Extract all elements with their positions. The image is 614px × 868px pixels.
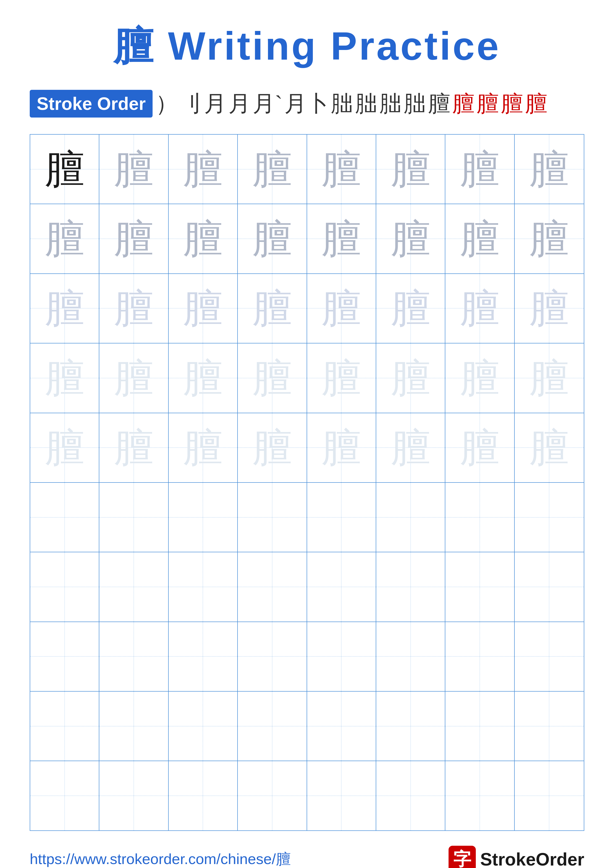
grid-cell-4-3[interactable]: 膻 xyxy=(169,343,238,412)
grid-cell-3-7[interactable]: 膻 xyxy=(445,274,515,343)
char-medium: 膻 xyxy=(252,219,292,259)
stroke-char-11: 膻 xyxy=(428,88,450,119)
grid-cell-4-4[interactable]: 膻 xyxy=(238,343,307,412)
grid-cell-6-8[interactable] xyxy=(515,483,584,552)
grid-cell-2-4[interactable]: 膻 xyxy=(238,204,307,273)
grid-cell-8-5[interactable] xyxy=(307,622,376,691)
grid-cell-9-4[interactable] xyxy=(238,691,307,761)
grid-cell-5-5[interactable]: 膻 xyxy=(307,413,376,482)
grid-cell-6-7[interactable] xyxy=(445,483,515,552)
char-medium: 膻 xyxy=(45,219,84,259)
grid-cell-10-3[interactable] xyxy=(169,761,238,830)
grid-cell-3-5[interactable]: 膻 xyxy=(307,274,376,343)
grid-cell-5-2[interactable]: 膻 xyxy=(99,413,168,482)
grid-cell-2-1[interactable]: 膻 xyxy=(30,204,99,273)
grid-cell-1-1[interactable]: 膻 xyxy=(30,135,99,204)
grid-cell-7-7[interactable] xyxy=(445,552,515,621)
grid-cell-6-4[interactable] xyxy=(238,483,307,552)
grid-cell-4-6[interactable]: 膻 xyxy=(376,343,445,412)
char-light: 膻 xyxy=(45,288,84,328)
grid-cell-7-8[interactable] xyxy=(515,552,584,621)
grid-cell-9-1[interactable] xyxy=(30,691,99,761)
grid-cell-9-7[interactable] xyxy=(445,691,515,761)
grid-cell-4-2[interactable]: 膻 xyxy=(99,343,168,412)
grid-cell-10-7[interactable] xyxy=(445,761,515,830)
char-vlight: 膻 xyxy=(45,428,84,467)
grid-cell-10-5[interactable] xyxy=(307,761,376,830)
grid-cell-6-3[interactable] xyxy=(169,483,238,552)
grid-cell-3-3[interactable]: 膻 xyxy=(169,274,238,343)
grid-cell-5-7[interactable]: 膻 xyxy=(445,413,515,482)
grid-cell-7-4[interactable] xyxy=(238,552,307,621)
grid-cell-5-1[interactable]: 膻 xyxy=(30,413,99,482)
grid-cell-9-5[interactable] xyxy=(307,691,376,761)
grid-cell-7-3[interactable] xyxy=(169,552,238,621)
grid-cell-1-3[interactable]: 膻 xyxy=(169,135,238,204)
grid-cell-1-5[interactable]: 膻 xyxy=(307,135,376,204)
grid-cell-8-8[interactable] xyxy=(515,622,584,691)
grid-cell-7-5[interactable] xyxy=(307,552,376,621)
grid-cell-10-6[interactable] xyxy=(376,761,445,830)
grid-cell-1-2[interactable]: 膻 xyxy=(99,135,168,204)
grid-cell-2-2[interactable]: 膻 xyxy=(99,204,168,273)
grid-cell-10-2[interactable] xyxy=(99,761,168,830)
stroke-char-14: 膻 xyxy=(501,88,523,119)
char-medium: 膻 xyxy=(529,219,569,259)
stroke-char-1: ） xyxy=(155,88,178,119)
grid-cell-6-5[interactable] xyxy=(307,483,376,552)
grid-cell-3-6[interactable]: 膻 xyxy=(376,274,445,343)
grid-cell-5-6[interactable]: 膻 xyxy=(376,413,445,482)
grid-cell-2-5[interactable]: 膻 xyxy=(307,204,376,273)
title-char: 膻 xyxy=(113,24,155,68)
char-light: 膻 xyxy=(252,288,292,328)
grid-cell-7-6[interactable] xyxy=(376,552,445,621)
grid-cell-3-8[interactable]: 膻 xyxy=(515,274,584,343)
grid-cell-10-4[interactable] xyxy=(238,761,307,830)
grid-cell-1-8[interactable]: 膻 xyxy=(515,135,584,204)
grid-cell-8-7[interactable] xyxy=(445,622,515,691)
grid-row-1: 膻 膻 膻 膻 膻 膻 膻 膻 xyxy=(30,135,584,204)
grid-cell-7-2[interactable] xyxy=(99,552,168,621)
grid-cell-1-7[interactable]: 膻 xyxy=(445,135,515,204)
grid-cell-2-3[interactable]: 膻 xyxy=(169,204,238,273)
grid-row-5: 膻 膻 膻 膻 膻 膻 膻 膻 xyxy=(30,413,584,483)
grid-cell-8-2[interactable] xyxy=(99,622,168,691)
grid-cell-9-6[interactable] xyxy=(376,691,445,761)
grid-cell-3-2[interactable]: 膻 xyxy=(99,274,168,343)
grid-cell-8-6[interactable] xyxy=(376,622,445,691)
grid-cell-4-7[interactable]: 膻 xyxy=(445,343,515,412)
grid-cell-3-4[interactable]: 膻 xyxy=(238,274,307,343)
grid-cell-8-1[interactable] xyxy=(30,622,99,691)
grid-cell-5-4[interactable]: 膻 xyxy=(238,413,307,482)
grid-cell-10-1[interactable] xyxy=(30,761,99,830)
footer-url[interactable]: https://www.strokeorder.com/chinese/膻 xyxy=(30,849,291,868)
grid-cell-4-8[interactable]: 膻 xyxy=(515,343,584,412)
grid-cell-3-1[interactable]: 膻 xyxy=(30,274,99,343)
grid-cell-9-8[interactable] xyxy=(515,691,584,761)
footer: https://www.strokeorder.com/chinese/膻 字 … xyxy=(30,831,584,868)
grid-cell-4-1[interactable]: 膻 xyxy=(30,343,99,412)
grid-cell-8-4[interactable] xyxy=(238,622,307,691)
grid-cell-9-3[interactable] xyxy=(169,691,238,761)
grid-cell-2-7[interactable]: 膻 xyxy=(445,204,515,273)
char-vlight: 膻 xyxy=(183,358,223,398)
grid-cell-2-6[interactable]: 膻 xyxy=(376,204,445,273)
grid-cell-6-6[interactable] xyxy=(376,483,445,552)
grid-cell-8-3[interactable] xyxy=(169,622,238,691)
grid-cell-4-5[interactable]: 膻 xyxy=(307,343,376,412)
grid-cell-10-8[interactable] xyxy=(515,761,584,830)
grid-cell-5-8[interactable]: 膻 xyxy=(515,413,584,482)
grid-cell-5-3[interactable]: 膻 xyxy=(169,413,238,482)
char-light: 膻 xyxy=(183,288,223,328)
grid-cell-7-1[interactable] xyxy=(30,552,99,621)
grid-cell-1-4[interactable]: 膻 xyxy=(238,135,307,204)
grid-cell-1-6[interactable]: 膻 xyxy=(376,135,445,204)
grid-cell-6-2[interactable] xyxy=(99,483,168,552)
grid-cell-6-1[interactable] xyxy=(30,483,99,552)
char-vlight: 膻 xyxy=(322,358,361,398)
grid-cell-9-2[interactable] xyxy=(99,691,168,761)
grid-row-4: 膻 膻 膻 膻 膻 膻 膻 膻 xyxy=(30,343,584,413)
char-medium: 膻 xyxy=(391,219,431,259)
char-vlight: 膻 xyxy=(529,358,569,398)
grid-cell-2-8[interactable]: 膻 xyxy=(515,204,584,273)
